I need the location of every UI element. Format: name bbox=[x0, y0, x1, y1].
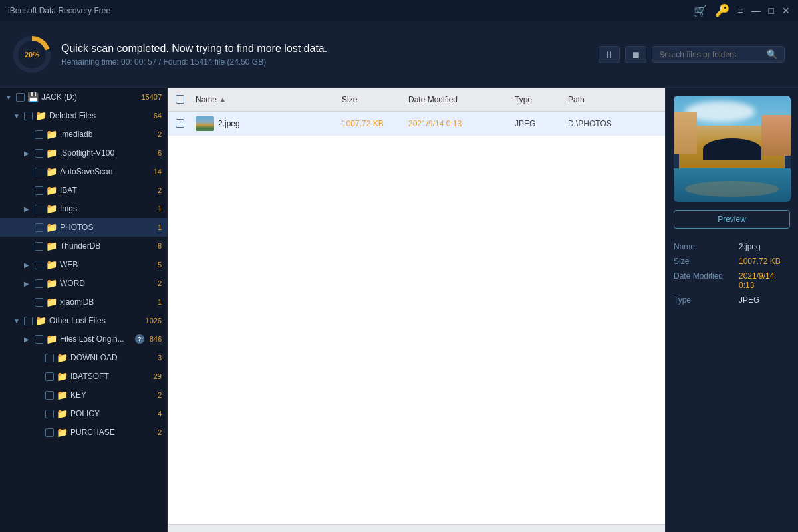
sidebar-item-download[interactable]: 📁 DOWNLOAD 3 bbox=[0, 348, 167, 367]
titlebar-right: 🛒 🔑 ≡ — □ ✕ bbox=[694, 3, 790, 18]
ibatsoft-checkbox[interactable] bbox=[45, 372, 54, 381]
mediadb-icon: 📁 bbox=[46, 129, 57, 140]
file-path: D:\PHOTOS bbox=[568, 119, 657, 128]
spotlight-checkbox[interactable] bbox=[35, 149, 43, 158]
xiaomidb-count: 1 bbox=[158, 298, 162, 306]
file-size: 1007.72 KB bbox=[342, 119, 408, 128]
purchase-checkbox[interactable] bbox=[45, 428, 54, 437]
download-icon: 📁 bbox=[57, 352, 68, 363]
policy-checkbox[interactable] bbox=[45, 410, 54, 418]
autosave-icon: 📁 bbox=[46, 166, 57, 177]
sidebar-item-drive[interactable]: ▼ 💾 JACK (D:) 15407 bbox=[0, 88, 167, 106]
mediadb-checkbox[interactable] bbox=[35, 130, 43, 139]
key-icon[interactable]: 🔑 bbox=[715, 3, 730, 18]
info-icon: ? bbox=[135, 334, 144, 344]
ibatsoft-count: 29 bbox=[154, 372, 162, 380]
sidebar-item-ibatsoft[interactable]: 📁 IBATSOFT 29 bbox=[0, 367, 167, 386]
files-lost-icon: 📁 bbox=[46, 334, 57, 344]
search-box[interactable]: 🔍 bbox=[652, 46, 785, 63]
file-name: 2.jpeg bbox=[218, 119, 240, 128]
purchase-count: 2 bbox=[158, 428, 162, 436]
policy-icon: 📁 bbox=[57, 408, 68, 419]
file-metadata: Name 2.jpeg Size 1007.72 KB Date Modifie… bbox=[674, 242, 790, 310]
sidebar-item-key[interactable]: 📁 KEY 2 bbox=[0, 386, 167, 404]
close-btn[interactable]: ✕ bbox=[782, 5, 790, 16]
web-count: 5 bbox=[158, 261, 162, 269]
search-input[interactable] bbox=[659, 50, 763, 59]
ibat-checkbox[interactable] bbox=[35, 186, 43, 195]
row-checkbox-1[interactable] bbox=[176, 119, 184, 128]
col-header-type: Type bbox=[515, 95, 568, 104]
photos-icon: 📁 bbox=[46, 222, 57, 233]
table-header: Name ▲ Size Date Modified Type Path bbox=[168, 88, 665, 112]
sidebar-item-autosave[interactable]: 📁 AutoSaveScan 14 bbox=[0, 162, 167, 181]
sidebar-item-mediadb[interactable]: 📁 .mediadb 2 bbox=[0, 125, 167, 144]
drive-count: 15407 bbox=[141, 93, 162, 101]
maximize-btn[interactable]: □ bbox=[769, 5, 774, 16]
sidebar-item-ibat[interactable]: 📁 IBAT 2 bbox=[0, 181, 167, 200]
sidebar-item-purchase[interactable]: 📁 PURCHASE 2 bbox=[0, 423, 167, 442]
meta-name-row: Name 2.jpeg bbox=[674, 242, 790, 251]
thunderdb-label: ThunderDB bbox=[60, 241, 152, 251]
deleted-files-checkbox[interactable] bbox=[24, 112, 33, 120]
download-count: 3 bbox=[158, 354, 162, 362]
menu-icon[interactable]: ≡ bbox=[737, 5, 743, 16]
sidebar-item-other-lost[interactable]: ▼ 📁 Other Lost Files 1026 bbox=[0, 311, 167, 330]
ibat-count: 2 bbox=[158, 186, 162, 194]
meta-type-key: Type bbox=[674, 295, 733, 305]
cart-icon[interactable]: 🛒 bbox=[694, 5, 707, 17]
photos-checkbox[interactable] bbox=[35, 223, 43, 232]
policy-count: 4 bbox=[158, 410, 162, 418]
meta-name-key: Name bbox=[674, 242, 733, 251]
minimize-btn[interactable]: — bbox=[751, 5, 761, 16]
imgs-checkbox[interactable] bbox=[35, 205, 43, 213]
autosave-count: 14 bbox=[154, 168, 162, 176]
scan-status-subtitle: Remaining time: 00: 00: 57 / Found: 1541… bbox=[61, 57, 588, 66]
sidebar-item-photos[interactable]: 📁 PHOTOS 1 bbox=[0, 218, 167, 237]
imgs-count: 1 bbox=[158, 205, 162, 213]
download-checkbox[interactable] bbox=[45, 354, 54, 362]
select-all-checkbox[interactable] bbox=[176, 95, 184, 104]
table-row[interactable]: 2.jpeg 1007.72 KB 2021/9/14 0:13 JPEG D:… bbox=[168, 112, 665, 136]
meta-date-key: Date Modified bbox=[674, 271, 733, 290]
web-icon: 📁 bbox=[46, 259, 57, 270]
xiaomidb-checkbox[interactable] bbox=[35, 298, 43, 307]
thunderdb-checkbox[interactable] bbox=[35, 242, 43, 251]
web-checkbox[interactable] bbox=[35, 261, 43, 269]
sidebar-item-word[interactable]: ▶ 📁 WORD 2 bbox=[0, 274, 167, 293]
search-icon: 🔍 bbox=[767, 49, 777, 59]
mediadb-label: .mediadb bbox=[60, 130, 152, 139]
other-lost-checkbox[interactable] bbox=[24, 317, 33, 325]
files-lost-checkbox[interactable] bbox=[35, 335, 43, 344]
word-icon: 📁 bbox=[46, 278, 57, 289]
sidebar-item-spotlight[interactable]: ▶ 📁 .Spotlight-V100 6 bbox=[0, 144, 167, 162]
drive-checkbox[interactable] bbox=[16, 93, 25, 102]
autosave-checkbox[interactable] bbox=[35, 168, 43, 176]
other-lost-icon: 📁 bbox=[35, 315, 47, 326]
sidebar-item-imgs[interactable]: ▶ 📁 Imgs 1 bbox=[0, 200, 167, 218]
meta-size-key: Size bbox=[674, 257, 733, 266]
pause-btn[interactable]: ⏸ bbox=[598, 46, 620, 63]
table-body: 2.jpeg 1007.72 KB 2021/9/14 0:13 JPEG D:… bbox=[168, 112, 665, 524]
word-checkbox[interactable] bbox=[35, 279, 43, 288]
mediadb-count: 2 bbox=[158, 130, 162, 138]
col-header-path: Path bbox=[568, 95, 657, 104]
thunderdb-count: 8 bbox=[158, 242, 162, 250]
preview-image bbox=[674, 96, 791, 202]
ibatsoft-label: IBATSOFT bbox=[70, 372, 148, 381]
key-checkbox[interactable] bbox=[45, 391, 54, 400]
meta-type-row: Type JPEG bbox=[674, 295, 790, 305]
sidebar-item-policy[interactable]: 📁 POLICY 4 bbox=[0, 404, 167, 423]
meta-name-val: 2.jpeg bbox=[739, 242, 790, 251]
sidebar-item-deleted-files[interactable]: ▼ 📁 Deleted Files 64 bbox=[0, 106, 167, 125]
sidebar-item-xiaomidb[interactable]: 📁 xiaomiDB 1 bbox=[0, 293, 167, 311]
sidebar-item-thunderdb[interactable]: 📁 ThunderDB 8 bbox=[0, 237, 167, 255]
stop-btn[interactable]: ⏹ bbox=[625, 46, 646, 63]
sidebar-item-files-lost-origin[interactable]: ▶ 📁 Files Lost Origin... ? 846 bbox=[0, 330, 167, 348]
sidebar-item-web[interactable]: ▶ 📁 WEB 5 bbox=[0, 255, 167, 274]
preview-button[interactable]: Preview bbox=[674, 210, 790, 229]
sort-name-icon[interactable]: ▲ bbox=[219, 96, 226, 103]
meta-size-val: 1007.72 KB bbox=[739, 257, 790, 266]
xiaomidb-label: xiaomiDB bbox=[60, 297, 152, 307]
horizontal-scrollbar[interactable] bbox=[168, 524, 665, 532]
